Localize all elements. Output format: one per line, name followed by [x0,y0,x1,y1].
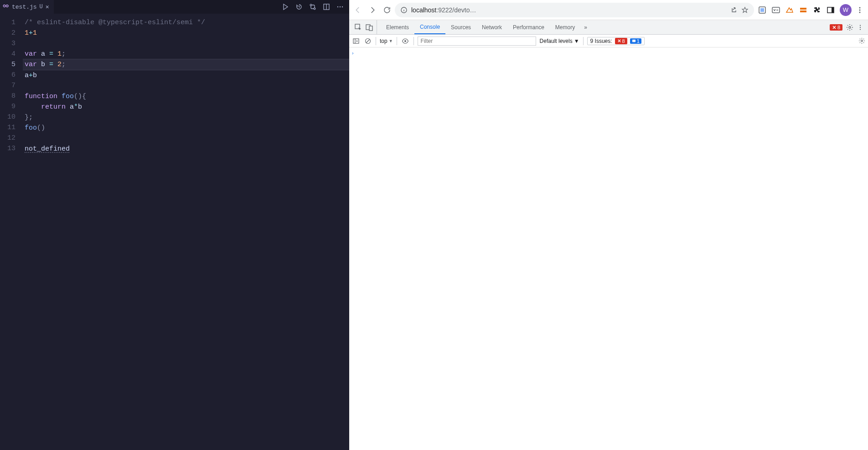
line-number: 8 [0,91,16,101]
devtools-tab-memory[interactable]: Memory [550,20,580,34]
devtools-tabs: ElementsConsoleSourcesNetworkPerformance… [349,20,868,35]
code-line[interactable]: foo() [23,123,349,133]
reload-button[interactable] [383,6,391,14]
history-icon[interactable] [295,3,303,10]
line-gutter: 12345678910111213 [0,17,23,450]
error-count-badge[interactable]: 8 [830,24,842,31]
browser-menu-icon[interactable] [856,6,863,14]
line-number: 2 [0,28,16,38]
device-toolbar-icon[interactable] [366,24,373,31]
issues-button[interactable]: 9 Issues: 8 1 [587,37,645,45]
split-editor-icon[interactable] [323,3,330,10]
side-panel-icon[interactable] [826,5,835,15]
svg-point-24 [860,26,861,27]
line-number: 5 [0,59,16,70]
avatar[interactable]: W [840,4,852,16]
devtools-tab-network[interactable]: Network [476,20,507,34]
log-levels-dropdown[interactable]: Default levels ▼ [540,38,579,44]
code-line[interactable]: /* eslint-disable @typescript-eslint/sem… [23,17,349,28]
site-info-icon[interactable] [400,6,408,14]
code-line[interactable]: }; [23,112,349,123]
line-number: 13 [0,143,16,154]
js-file-icon [3,3,9,11]
console-prompt-icon: › [352,50,354,56]
extension-icons: W [758,4,863,16]
console-output[interactable]: › [349,47,868,450]
line-number: 1 [0,17,16,28]
svg-rect-15 [832,7,834,13]
devtools-tab-performance[interactable]: Performance [507,20,550,34]
line-number: 12 [0,133,16,143]
url-text: localhost:9222/devto… [411,6,727,14]
console-toolbar: top▼ Default levels ▼ 9 Issues: 8 1 [349,35,868,47]
code-editor[interactable]: 12345678910111213 /* eslint-disable @typ… [0,14,349,450]
editor-tab[interactable]: test.js U ✕ [0,0,54,14]
bookmark-icon[interactable] [741,6,749,14]
svg-point-16 [859,7,861,8]
devtools-menu-icon[interactable] [857,24,863,31]
line-number: 3 [0,38,16,49]
devtools-tab-console[interactable]: Console [414,20,445,34]
code-area[interactable]: /* eslint-disable @typescript-eslint/sem… [23,17,349,450]
tabs-overflow-icon[interactable]: » [580,24,591,31]
line-number: 9 [0,101,16,112]
svg-point-28 [404,40,406,42]
browser-pane: localhost:9222/devto… W [349,0,868,450]
line-number: 10 [0,112,16,122]
code-line[interactable] [23,81,349,91]
extension-1-icon[interactable] [758,5,767,15]
svg-point-22 [849,26,851,28]
svg-rect-10 [760,8,764,12]
forward-button[interactable] [368,6,377,14]
svg-point-25 [860,29,861,30]
svg-rect-11 [772,7,780,13]
extension-2-icon[interactable] [771,5,780,15]
svg-point-2 [310,4,312,6]
close-icon[interactable]: ✕ [46,3,49,10]
devtools-tab-elements[interactable]: Elements [381,20,414,34]
svg-rect-13 [800,10,806,12]
svg-rect-26 [353,39,359,43]
more-actions-icon[interactable] [336,3,344,10]
tab-status: U [40,4,43,10]
svg-rect-12 [800,8,806,10]
context-dropdown[interactable]: top▼ [380,38,393,44]
svg-point-0 [3,5,5,7]
svg-point-18 [859,11,861,13]
back-button[interactable] [354,6,362,14]
svg-point-30 [861,40,863,42]
extension-4-icon[interactable] [799,5,808,15]
code-line[interactable]: not_defined [23,144,349,154]
clear-console-icon[interactable] [364,37,372,45]
inspect-element-icon[interactable] [355,24,362,31]
svg-point-7 [342,6,343,7]
filter-input[interactable] [418,37,536,46]
url-bar[interactable]: localhost:9222/devto… [395,3,754,17]
tab-filename: test.js [12,4,37,10]
code-line[interactable]: function foo(){ [23,91,349,102]
code-line[interactable] [23,133,349,144]
editor-tab-bar: test.js U ✕ [0,0,349,14]
devtools-settings-icon[interactable] [846,24,853,31]
extension-3-icon[interactable] [785,5,794,15]
code-line[interactable]: a+b [23,70,349,81]
svg-point-17 [859,9,861,10]
svg-point-3 [314,8,315,10]
share-icon[interactable] [730,6,738,14]
editor-pane: test.js U ✕ 12345678910111213 /* [0,0,349,450]
devtools-tab-sources[interactable]: Sources [445,20,476,34]
svg-point-5 [337,6,338,7]
code-line[interactable] [23,38,349,49]
run-icon[interactable] [282,3,289,10]
compare-changes-icon[interactable] [309,3,316,10]
extensions-puzzle-icon[interactable] [812,5,822,15]
toggle-console-sidebar-icon[interactable] [352,37,360,45]
code-line[interactable]: 1+1 [23,28,349,38]
code-line[interactable]: var a = 1; [23,49,349,59]
code-line[interactable]: return a*b [23,102,349,112]
browser-toolbar: localhost:9222/devto… W [349,0,868,20]
line-number: 11 [0,122,16,133]
code-line[interactable]: var b = 2; [23,59,349,70]
live-expression-icon[interactable] [401,37,410,45]
console-settings-icon[interactable] [858,37,865,44]
